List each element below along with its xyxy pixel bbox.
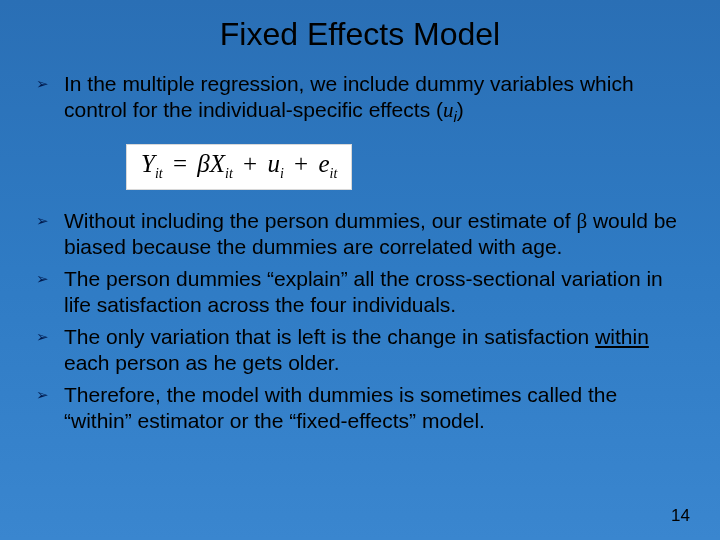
eq-sub-it: it [330, 166, 338, 181]
text-fragment: Without including the person dummies, ou… [64, 209, 576, 232]
text-fragment: ) [457, 98, 464, 121]
bullet-text: In the multiple regression, we include d… [64, 71, 684, 130]
text-fragment: each person as he gets older. [64, 351, 340, 374]
var-u: u [443, 98, 454, 122]
eq-Y: Y [141, 150, 155, 177]
bullet-glyph-icon: ➢ [36, 324, 64, 350]
bullet-glyph-icon: ➢ [36, 266, 64, 292]
bullet-item: ➢ Without including the person dummies, … [36, 208, 684, 260]
bullet-item: ➢ In the multiple regression, we include… [36, 71, 684, 130]
text-fragment: The only variation that is left is the c… [64, 325, 595, 348]
bullet-glyph-icon: ➢ [36, 208, 64, 234]
bullet-item: ➢ Therefore, the model with dummies is s… [36, 382, 684, 434]
eq-X: X [210, 150, 225, 177]
equation-container: Yit = βXit + ui + eit [126, 144, 684, 190]
bullet-text: The only variation that is left is the c… [64, 324, 684, 376]
page-number: 14 [671, 506, 690, 526]
beta-symbol: β [576, 209, 587, 233]
bullet-glyph-icon: ➢ [36, 71, 64, 97]
slide-content: ➢ In the multiple regression, we include… [0, 63, 720, 434]
bullet-item: ➢ The person dummies “explain” all the c… [36, 266, 684, 318]
underlined-word: within [595, 325, 649, 348]
bullet-text: Without including the person dummies, ou… [64, 208, 684, 260]
bullet-item: ➢ The only variation that is left is the… [36, 324, 684, 376]
eq-e: e [318, 150, 329, 177]
eq-sub-it: it [155, 166, 163, 181]
bullet-glyph-icon: ➢ [36, 382, 64, 408]
eq-beta: β [197, 150, 209, 177]
eq-equals: = [173, 150, 187, 177]
eq-plus: + [243, 150, 257, 177]
text-fragment: In the multiple regression, we include d… [64, 72, 634, 121]
slide-title: Fixed Effects Model [0, 0, 720, 63]
eq-u: u [267, 150, 280, 177]
bullet-text: The person dummies “explain” all the cro… [64, 266, 684, 318]
equation: Yit = βXit + ui + eit [126, 144, 352, 190]
bullet-text: Therefore, the model with dummies is som… [64, 382, 684, 434]
eq-plus: + [294, 150, 308, 177]
eq-sub-i: i [280, 166, 284, 181]
eq-sub-it: it [225, 166, 233, 181]
